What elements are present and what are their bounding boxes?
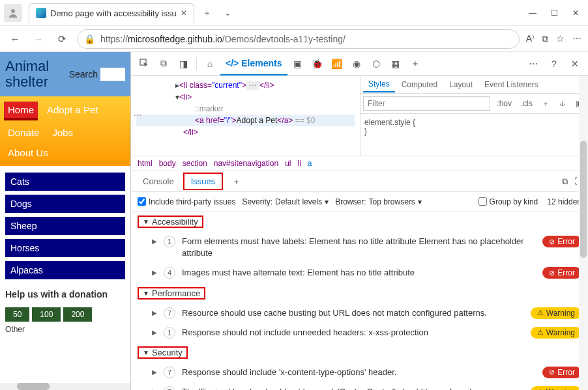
close-window-button[interactable]: ✕: [572, 8, 579, 18]
css-rule-close: }: [364, 127, 584, 136]
window-titlebar: Demo page with accessibility issu ✕ ＋ ⌄ …: [0, 0, 588, 26]
hov-toggle[interactable]: :hov: [494, 98, 514, 109]
nav-donate[interactable]: Donate: [4, 124, 43, 141]
devtools-menu-icon[interactable]: ⋯: [524, 55, 542, 72]
read-aloud-icon[interactable]: A⁾: [526, 33, 534, 44]
tab-memory-icon[interactable]: ⬡: [367, 55, 385, 72]
edge-favicon-icon: [36, 8, 46, 18]
menu-icon[interactable]: ⋯: [572, 33, 581, 44]
drawer-tabs: Console Issues ＋ ⧉ ⛶: [131, 171, 588, 192]
back-button[interactable]: ←: [7, 31, 23, 48]
severity-filter[interactable]: Severity: Default levels ▾: [242, 197, 329, 206]
lock-icon: 🔒: [84, 34, 95, 44]
tab-application-icon[interactable]: ▦: [387, 55, 405, 72]
tab-console-icon[interactable]: ▣: [289, 55, 307, 72]
category-link[interactable]: Dogs: [5, 195, 125, 213]
styles-filter-input[interactable]: [363, 96, 490, 111]
category-link[interactable]: Horses: [5, 239, 125, 257]
drawer-tab-console[interactable]: Console: [136, 174, 181, 189]
styles-tab-computed[interactable]: Computed: [396, 77, 443, 92]
styles-pane: Styles Computed Layout Event Listeners ›…: [360, 76, 588, 156]
forward-button: →: [30, 31, 47, 48]
tab-network-icon[interactable]: 📶: [328, 55, 346, 72]
close-tab-icon[interactable]: ✕: [181, 8, 187, 18]
tab-overflow-button[interactable]: ⌄: [220, 5, 236, 21]
vertical-scrollbar[interactable]: [579, 76, 588, 390]
search-input[interactable]: [100, 68, 125, 81]
browser-tab[interactable]: Demo page with accessibility issu ✕: [29, 3, 194, 23]
svg-point-0: [11, 9, 15, 13]
address-bar: ← → ⟳ 🔒 https://microsoftedge.github.io/…: [0, 26, 588, 52]
drawer-dock-icon[interactable]: ⧉: [562, 176, 568, 187]
category-security[interactable]: ▼ Security: [131, 342, 588, 363]
hidden-count[interactable]: 12 hidden: [547, 197, 581, 206]
drawer-add-icon[interactable]: ＋: [226, 173, 247, 190]
dom-breadcrumb[interactable]: html body section nav#sitenavigation ul …: [131, 156, 588, 171]
dom-overflow-icon[interactable]: ⋯: [134, 111, 141, 120]
devtools-toolbar: ⧉ ◨ ⌂ </> Elements ▣ 🐞 📶 ◉ ⬡ ▦ ＋ ⋯ ? ✕: [131, 52, 588, 76]
issue-row[interactable]: ▶1Response should not include unneeded h…: [131, 323, 588, 342]
devtools-help-icon[interactable]: ?: [545, 55, 563, 72]
profile-button[interactable]: [4, 4, 22, 22]
issue-row[interactable]: ▶7Resource should use cache busting but …: [131, 303, 588, 323]
category-link[interactable]: Sheep: [5, 217, 125, 235]
search-label: Search: [69, 69, 98, 79]
url-text: https://microsoftedge.github.io/Demos/de…: [100, 34, 345, 44]
issue-row[interactable]: ▶7Response should include 'x-content-typ…: [131, 363, 588, 382]
refresh-button[interactable]: ⟳: [53, 31, 70, 48]
category-performance[interactable]: ▼ Performance: [131, 283, 588, 303]
nav-jobs[interactable]: Jobs: [48, 124, 77, 141]
styles-tab-events[interactable]: Event Listeners: [479, 77, 544, 92]
nav-adopt[interactable]: Adopt a Pet: [43, 102, 102, 120]
issues-toolbar: Include third-party issues Severity: Def…: [131, 192, 588, 212]
collections-icon[interactable]: ⧉: [542, 33, 548, 44]
donation-heading: Help us with a donation: [5, 288, 125, 300]
device-icon[interactable]: ⧉: [154, 55, 173, 72]
styles-tab-styles[interactable]: Styles: [363, 77, 395, 92]
new-rule-icon[interactable]: ＋: [539, 97, 552, 111]
rendered-page: Animalshelter Search Home Adopt a Pet Do…: [0, 52, 130, 390]
category-accessibility[interactable]: ▼ Accessibility: [131, 212, 588, 232]
site-nav: Home Adopt a Pet Donate Jobs About Us: [0, 96, 130, 166]
maximize-button[interactable]: ☐: [551, 8, 558, 18]
devtools-close-icon[interactable]: ✕: [566, 55, 584, 72]
horizontal-scrollbar[interactable]: [0, 383, 130, 390]
cls-toggle[interactable]: .cls: [518, 98, 535, 109]
css-rule[interactable]: element.style {: [364, 118, 584, 127]
inspect-icon[interactable]: [135, 55, 153, 72]
tab-title: Demo page with accessibility issu: [50, 8, 177, 18]
url-field[interactable]: 🔒 https://microsoftedge.github.io/Demos/…: [77, 29, 520, 49]
category-link[interactable]: Cats: [5, 173, 125, 191]
tab-sources-icon[interactable]: 🐞: [308, 55, 327, 72]
favorite-icon[interactable]: ☆: [556, 33, 565, 44]
nav-home[interactable]: Home: [4, 102, 38, 120]
group-by-kind-checkbox[interactable]: Group by kind: [478, 197, 538, 206]
issue-row[interactable]: ▶4Images must have alternate text: Eleme…: [131, 263, 588, 283]
donation-amount[interactable]: 200: [63, 307, 92, 322]
site-title: Animalshelter: [5, 59, 49, 90]
devtools-panel: ⧉ ◨ ⌂ </> Elements ▣ 🐞 📶 ◉ ⬡ ▦ ＋ ⋯ ? ✕ ▸…: [130, 52, 588, 390]
tab-performance-icon[interactable]: ◉: [347, 55, 366, 72]
welcome-icon[interactable]: ⌂: [201, 55, 219, 72]
font-editor-icon[interactable]: ⫝: [556, 98, 569, 109]
category-link[interactable]: Alpacas: [5, 261, 125, 279]
donation-amount[interactable]: 100: [32, 307, 61, 322]
nav-about[interactable]: About Us: [4, 145, 52, 161]
donation-amount[interactable]: 50: [5, 307, 29, 322]
issues-list: ▼ Accessibility ▶1Form elements must hav…: [131, 212, 588, 390]
dom-tree[interactable]: ▸<li class="current">⋯</li> ▾<li> ::mark…: [131, 76, 360, 156]
donation-other-label: Other: [5, 325, 125, 334]
new-tab-button[interactable]: ＋: [199, 5, 215, 21]
tab-add-icon[interactable]: ＋: [406, 55, 424, 72]
minimize-button[interactable]: —: [529, 8, 537, 18]
include-3p-checkbox[interactable]: Include third-party issues: [138, 197, 235, 206]
issue-row[interactable]: ▶7The 'Expires' header should not be use…: [131, 382, 588, 390]
styles-tab-layout[interactable]: Layout: [444, 77, 478, 92]
browser-filter[interactable]: Browser: Top browsers ▾: [335, 197, 422, 206]
drawer-tab-issues[interactable]: Issues: [183, 173, 224, 190]
issue-row[interactable]: ▶1Form elements must have labels: Elemen…: [131, 232, 588, 263]
tab-elements[interactable]: </> Elements: [220, 52, 287, 76]
dock-icon[interactable]: ◨: [174, 55, 192, 72]
